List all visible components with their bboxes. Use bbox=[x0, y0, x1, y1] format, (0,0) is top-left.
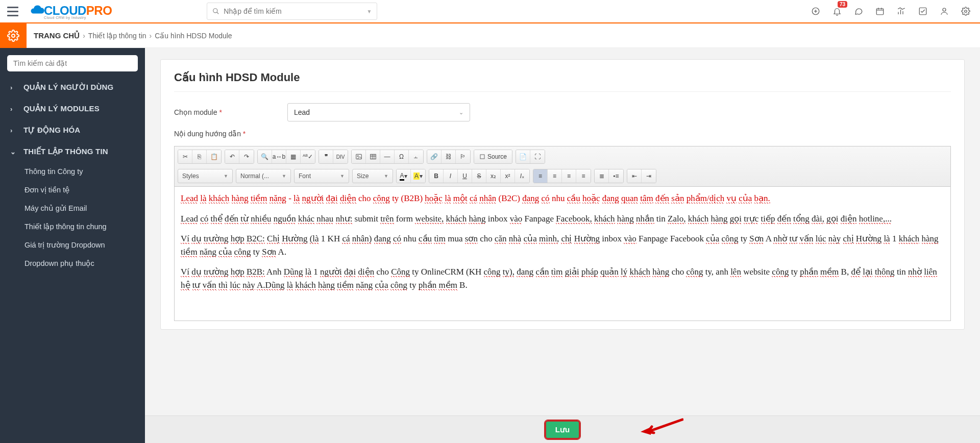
calendar-button[interactable] bbox=[875, 6, 885, 16]
profile-button[interactable] bbox=[939, 6, 949, 16]
sidebar-section[interactable]: ⌄THIẾT LẬP THÔNG TIN bbox=[0, 141, 145, 162]
cloud-icon bbox=[30, 2, 45, 21]
spellcheck-button[interactable]: ᴬᴮ✓ bbox=[301, 150, 315, 163]
hr-button[interactable]: — bbox=[380, 150, 395, 163]
textcolor-button[interactable]: A▾ bbox=[397, 169, 411, 183]
redo-button[interactable]: ↷ bbox=[239, 150, 254, 163]
indent-button[interactable]: ⇥ bbox=[642, 169, 656, 183]
svg-point-13 bbox=[943, 8, 946, 11]
settings-sidebar: ›QUẢN LÝ NGƯỜI DÙNG›QUẢN LÝ MODULES›TỰ Đ… bbox=[0, 48, 145, 443]
notifications-button[interactable]: 73 bbox=[832, 6, 842, 16]
sidebar-item[interactable]: Máy chủ gửi Email bbox=[0, 199, 145, 217]
svg-point-17 bbox=[357, 156, 358, 157]
sidebar-item[interactable]: Đơn vị tiền tệ bbox=[0, 181, 145, 199]
sidebar-item[interactable]: Giá trị trường Dropdown bbox=[0, 236, 145, 254]
svg-rect-22 bbox=[480, 155, 484, 159]
align-left-button[interactable]: ≡ bbox=[533, 169, 548, 183]
superscript-button[interactable]: x² bbox=[501, 169, 515, 183]
sidebar-section[interactable]: ›TỰ ĐỘNG HÓA bbox=[0, 119, 145, 141]
settings-button[interactable] bbox=[961, 6, 971, 16]
unlink-button[interactable]: ⛓ bbox=[442, 150, 456, 163]
svg-rect-16 bbox=[356, 154, 361, 159]
sidebar-item[interactable]: Thông tin Công ty bbox=[0, 162, 145, 181]
footer-actions: Lưu bbox=[145, 415, 980, 443]
svg-rect-5 bbox=[876, 9, 884, 15]
module-label: Chọn module bbox=[174, 108, 217, 116]
svg-line-1 bbox=[217, 12, 219, 14]
sidebar-search-input[interactable] bbox=[7, 55, 138, 71]
italic-button[interactable]: I bbox=[444, 169, 458, 183]
rich-editor: ✂ ⎘ 📋 ↶ ↷ 🔍 a↔b ▦ ᴬᴮ✓ bbox=[174, 146, 951, 321]
reports-button[interactable] bbox=[896, 6, 906, 16]
styles-select[interactable]: Styles▼ bbox=[178, 169, 233, 183]
cut-button[interactable]: ✂ bbox=[178, 150, 192, 163]
format-select[interactable]: Normal (...▼ bbox=[236, 169, 291, 183]
hamburger-menu[interactable] bbox=[3, 2, 22, 21]
selectall-button[interactable]: ▦ bbox=[286, 150, 301, 163]
link-button[interactable]: 🔗 bbox=[427, 150, 442, 163]
bullet-list-button[interactable]: ⦁≡ bbox=[609, 169, 623, 183]
chat-button[interactable] bbox=[853, 6, 864, 16]
strike-button[interactable]: S bbox=[472, 169, 486, 183]
size-select[interactable]: Size▼ bbox=[352, 169, 393, 183]
outdent-button[interactable]: ⇤ bbox=[627, 169, 642, 183]
align-center-button[interactable]: ≡ bbox=[548, 169, 562, 183]
settings-sidebar-toggle[interactable] bbox=[0, 23, 27, 48]
find-button[interactable]: 🔍 bbox=[258, 150, 272, 163]
div-button[interactable]: DIV bbox=[333, 150, 348, 163]
numbered-list-button[interactable]: ≣ bbox=[595, 169, 609, 183]
removeformat-button[interactable]: Iₓ bbox=[515, 169, 529, 183]
tasks-button[interactable] bbox=[918, 6, 928, 16]
svg-point-14 bbox=[965, 10, 967, 13]
notification-badge: 73 bbox=[838, 1, 847, 8]
align-right-button[interactable]: ≡ bbox=[562, 169, 576, 183]
module-selected-value: Lead bbox=[294, 108, 310, 116]
breadcrumb-level1[interactable]: Thiết lập thông tin bbox=[88, 32, 146, 40]
editor-content[interactable]: Lead là khách hàng tiềm năng - là người … bbox=[175, 187, 950, 321]
pagebreak-button[interactable]: ⫠ bbox=[409, 150, 423, 163]
search-icon bbox=[212, 8, 219, 15]
add-button[interactable] bbox=[811, 6, 821, 16]
maximize-button[interactable]: ⛶ bbox=[530, 150, 545, 163]
sidebar-section[interactable]: ›QUẢN LÝ MODULES bbox=[0, 98, 145, 119]
sidebar-section[interactable]: ›QUẢN LÝ NGƯỜI DÙNG bbox=[0, 77, 145, 98]
underline-button[interactable]: U bbox=[458, 169, 472, 183]
copy-button[interactable]: ⎘ bbox=[192, 150, 207, 163]
anchor-button[interactable]: 🏳 bbox=[456, 150, 470, 163]
breadcrumb: TRANG CHỦ › Thiết lập thông tin › Cấu hì… bbox=[27, 23, 980, 48]
content-label: Nội dung hướng dẫn bbox=[174, 130, 241, 138]
paste-button[interactable]: 📋 bbox=[207, 150, 221, 163]
svg-point-15 bbox=[12, 34, 15, 37]
bgcolor-button[interactable]: A▾ bbox=[411, 169, 425, 183]
breadcrumb-home[interactable]: TRANG CHỦ bbox=[34, 31, 80, 40]
specialchar-button[interactable]: Ω bbox=[395, 150, 409, 163]
global-search-input[interactable] bbox=[224, 7, 362, 15]
sidebar-item[interactable]: Thiết lập thông tin chung bbox=[0, 217, 145, 236]
chevron-down-icon: ⌄ bbox=[459, 109, 463, 116]
image-button[interactable] bbox=[352, 150, 366, 163]
source-button[interactable]: Source bbox=[474, 150, 512, 163]
subscript-button[interactable]: x₂ bbox=[486, 169, 501, 183]
chevron-down-icon[interactable]: ▼ bbox=[366, 9, 372, 14]
preview-button[interactable]: 📄 bbox=[516, 150, 530, 163]
svg-rect-18 bbox=[370, 154, 376, 159]
bold-button[interactable]: B bbox=[429, 169, 444, 183]
global-search[interactable]: ▼ bbox=[207, 3, 377, 20]
svg-point-0 bbox=[213, 9, 217, 13]
sidebar-item[interactable]: Dropdown phụ thuộc bbox=[0, 254, 145, 273]
logo[interactable]: CLOUDPRO Cloud CRM by Industry bbox=[30, 2, 112, 21]
font-select[interactable]: Font▼ bbox=[294, 169, 349, 183]
breadcrumb-level2: Cấu hình HDSD Module bbox=[155, 32, 232, 40]
table-button[interactable] bbox=[366, 150, 380, 163]
blockquote-button[interactable]: ❞ bbox=[319, 150, 333, 163]
page-title: Cấu hình HDSD Module bbox=[174, 71, 951, 92]
undo-button[interactable]: ↶ bbox=[225, 150, 239, 163]
replace-button[interactable]: a↔b bbox=[272, 150, 286, 163]
module-select[interactable]: Lead ⌄ bbox=[287, 103, 470, 121]
save-button[interactable]: Lưu bbox=[545, 420, 580, 439]
align-justify-button[interactable]: ≡ bbox=[576, 169, 591, 183]
